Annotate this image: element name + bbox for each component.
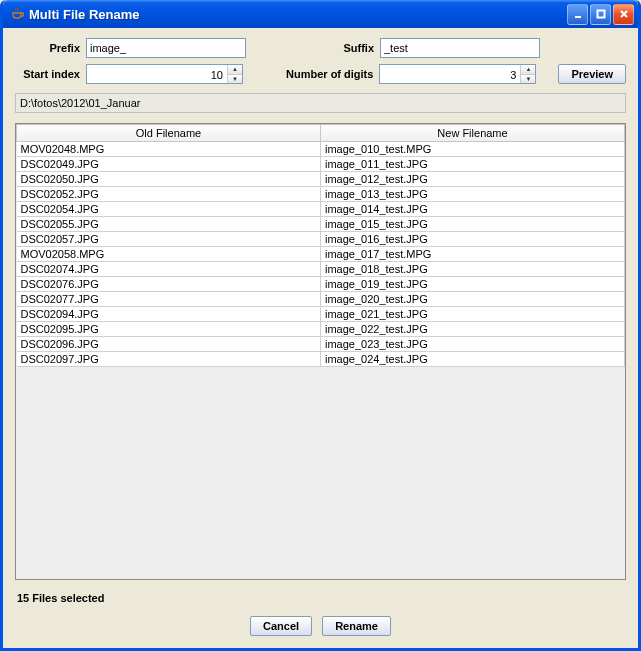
path-display: D:\fotos\2012\01_Januar: [15, 93, 626, 113]
new-filename-cell: image_013_test.JPG: [321, 187, 625, 202]
old-filename-cell: DSC02054.JPG: [17, 202, 321, 217]
suffix-label: Suffix: [324, 42, 374, 54]
table-row[interactable]: MOV02048.MPGimage_010_test.MPG: [17, 142, 625, 157]
table-row[interactable]: DSC02097.JPGimage_024_test.JPG: [17, 352, 625, 367]
app-window: Multi File Rename Prefix Suffix Start in…: [0, 0, 641, 651]
digits-label: Number of digits: [273, 68, 373, 80]
suffix-input[interactable]: [380, 38, 540, 58]
close-button[interactable]: [613, 4, 634, 25]
new-filename-cell: image_016_test.JPG: [321, 232, 625, 247]
old-filename-cell: DSC02095.JPG: [17, 322, 321, 337]
table-row[interactable]: DSC02055.JPGimage_015_test.JPG: [17, 217, 625, 232]
old-filename-cell: DSC02055.JPG: [17, 217, 321, 232]
rename-button[interactable]: Rename: [322, 616, 391, 636]
preview-button[interactable]: Preview: [558, 64, 626, 84]
new-filename-cell: image_015_test.JPG: [321, 217, 625, 232]
prefix-label: Prefix: [15, 42, 80, 54]
maximize-button[interactable]: [590, 4, 611, 25]
new-filename-cell: image_010_test.MPG: [321, 142, 625, 157]
action-buttons: Cancel Rename: [15, 608, 626, 638]
spinner-down-icon[interactable]: ▼: [228, 75, 242, 84]
table-row[interactable]: DSC02077.JPGimage_020_test.JPG: [17, 292, 625, 307]
status-text: 15 Files selected: [15, 580, 626, 608]
new-filename-cell: image_023_test.JPG: [321, 337, 625, 352]
old-filename-cell: DSC02050.JPG: [17, 172, 321, 187]
file-table: Old Filename New Filename MOV02048.MPGim…: [15, 123, 626, 580]
minimize-button[interactable]: [567, 4, 588, 25]
start-index-label: Start index: [15, 68, 80, 80]
new-filename-cell: image_012_test.JPG: [321, 172, 625, 187]
old-filename-cell: DSC02074.JPG: [17, 262, 321, 277]
prefix-input[interactable]: [86, 38, 246, 58]
table-row[interactable]: DSC02054.JPGimage_014_test.JPG: [17, 202, 625, 217]
old-filename-cell: MOV02048.MPG: [17, 142, 321, 157]
new-filename-cell: image_017_test.MPG: [321, 247, 625, 262]
table-row[interactable]: DSC02096.JPGimage_023_test.JPG: [17, 337, 625, 352]
spinner-up-icon[interactable]: ▲: [228, 65, 242, 75]
new-filename-cell: image_020_test.JPG: [321, 292, 625, 307]
new-filename-cell: image_024_test.JPG: [321, 352, 625, 367]
table-row[interactable]: DSC02057.JPGimage_016_test.JPG: [17, 232, 625, 247]
digits-spinner[interactable]: ▲ ▼: [379, 64, 536, 84]
old-filename-cell: DSC02049.JPG: [17, 157, 321, 172]
start-index-input[interactable]: [87, 65, 227, 85]
new-filename-cell: image_019_test.JPG: [321, 277, 625, 292]
titlebar[interactable]: Multi File Rename: [3, 0, 638, 28]
old-filename-cell: DSC02052.JPG: [17, 187, 321, 202]
table-row[interactable]: DSC02049.JPGimage_011_test.JPG: [17, 157, 625, 172]
new-filename-cell: image_021_test.JPG: [321, 307, 625, 322]
old-filename-cell: DSC02094.JPG: [17, 307, 321, 322]
svg-rect-1: [597, 11, 604, 18]
spinner-down-icon[interactable]: ▼: [521, 75, 535, 84]
table-row[interactable]: DSC02052.JPGimage_013_test.JPG: [17, 187, 625, 202]
old-filename-cell: DSC02096.JPG: [17, 337, 321, 352]
old-filename-cell: DSC02057.JPG: [17, 232, 321, 247]
start-index-spinner[interactable]: ▲ ▼: [86, 64, 243, 84]
table-row[interactable]: DSC02050.JPGimage_012_test.JPG: [17, 172, 625, 187]
old-filename-cell: DSC02076.JPG: [17, 277, 321, 292]
col-old-filename[interactable]: Old Filename: [17, 125, 321, 142]
row-prefix-suffix: Prefix Suffix: [15, 38, 626, 58]
new-filename-cell: image_014_test.JPG: [321, 202, 625, 217]
table-row[interactable]: DSC02094.JPGimage_021_test.JPG: [17, 307, 625, 322]
table-row[interactable]: DSC02076.JPGimage_019_test.JPG: [17, 277, 625, 292]
row-index-digits: Start index ▲ ▼ Number of digits ▲ ▼ Pre…: [15, 64, 626, 84]
col-new-filename[interactable]: New Filename: [321, 125, 625, 142]
new-filename-cell: image_011_test.JPG: [321, 157, 625, 172]
old-filename-cell: DSC02077.JPG: [17, 292, 321, 307]
window-title: Multi File Rename: [29, 7, 567, 22]
old-filename-cell: MOV02058.MPG: [17, 247, 321, 262]
table-row[interactable]: DSC02095.JPGimage_022_test.JPG: [17, 322, 625, 337]
old-filename-cell: DSC02097.JPG: [17, 352, 321, 367]
table-row[interactable]: DSC02074.JPGimage_018_test.JPG: [17, 262, 625, 277]
cancel-button[interactable]: Cancel: [250, 616, 312, 636]
digits-input[interactable]: [380, 65, 520, 85]
window-controls: [567, 4, 634, 25]
java-cup-icon: [9, 6, 25, 22]
new-filename-cell: image_018_test.JPG: [321, 262, 625, 277]
table-empty-area: [16, 367, 625, 579]
spinner-up-icon[interactable]: ▲: [521, 65, 535, 75]
content-area: Prefix Suffix Start index ▲ ▼ Number of …: [3, 28, 638, 648]
new-filename-cell: image_022_test.JPG: [321, 322, 625, 337]
table-row[interactable]: MOV02058.MPGimage_017_test.MPG: [17, 247, 625, 262]
